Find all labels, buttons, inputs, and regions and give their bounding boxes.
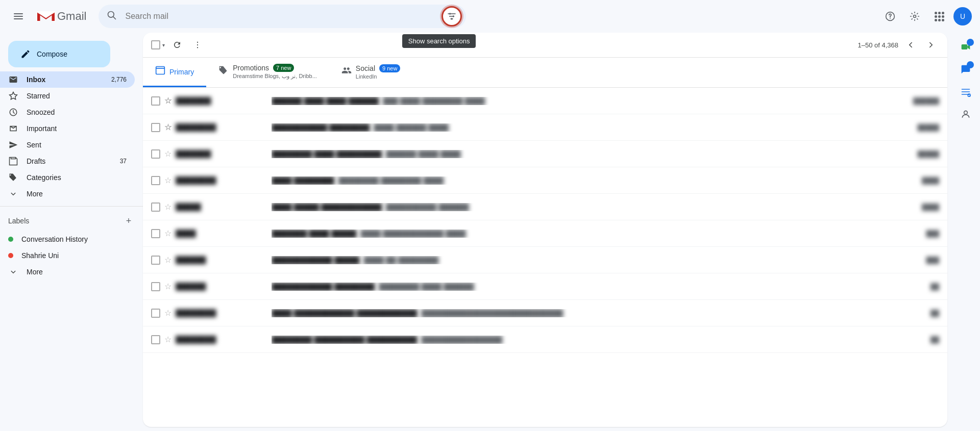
email-subject: ████ ████████████ ████████████ <box>272 309 418 317</box>
select-all-checkbox[interactable] <box>151 40 160 49</box>
labels-more-button[interactable]: More <box>0 264 135 280</box>
drafts-label: Drafts <box>27 157 120 165</box>
search-bar: Show search options <box>99 5 466 28</box>
email-checkbox[interactable] <box>151 176 160 185</box>
email-checkbox[interactable] <box>151 282 160 291</box>
select-all-dropdown[interactable]: ▾ <box>151 40 165 49</box>
label-shahrie-uni[interactable]: Shahrie Uni <box>0 247 135 264</box>
email-row[interactable]: ☆ ████ ███████ ████ █████ ████ █████████… <box>143 220 947 247</box>
nav-item-important[interactable]: Important <box>0 120 135 137</box>
email-row[interactable]: ☆ █████ ████ █████ ████████████ ████████… <box>143 194 947 220</box>
nav-item-drafts[interactable]: Drafts 37 <box>0 153 135 169</box>
email-row[interactable]: ☆ ███████ ████████ ████ █████████ ██████… <box>143 141 947 167</box>
email-preview: ████████ ████████ ████ <box>338 176 444 185</box>
email-checkbox[interactable] <box>151 229 160 238</box>
email-checkbox[interactable] <box>151 149 160 159</box>
conversation-history-label: Conversation History <box>21 235 88 243</box>
meet-button[interactable] <box>955 37 976 57</box>
nav-item-inbox[interactable]: Inbox 2,776 <box>0 71 135 88</box>
select-dropdown-arrow[interactable]: ▾ <box>162 42 165 48</box>
compose-button[interactable]: Compose <box>8 41 110 67</box>
email-checkbox[interactable] <box>151 256 160 265</box>
email-row[interactable]: ☆ ████████ ████████ ██████████ █████████… <box>143 326 947 353</box>
email-star[interactable]: ☆ <box>164 96 172 106</box>
email-star[interactable]: ☆ <box>164 175 172 185</box>
gmail-text: Gmail <box>57 10 86 23</box>
svg-point-9 <box>449 13 451 14</box>
search-input[interactable] <box>99 5 466 28</box>
email-row[interactable]: ☆ ██████ ████████████ ████████ ████████ … <box>143 273 947 300</box>
search-options-tooltip: Show search options <box>402 34 476 48</box>
settings-button[interactable] <box>904 6 925 27</box>
email-row[interactable]: ☆ ████████ ███████████ ████████ ████ ███… <box>143 114 947 141</box>
email-checkbox[interactable] <box>151 96 160 106</box>
next-page-button[interactable] <box>923 37 939 53</box>
email-preview: ████████████████ <box>422 336 503 344</box>
svg-point-13 <box>890 18 891 19</box>
email-star[interactable]: ☆ <box>164 122 172 132</box>
starred-label: Starred <box>27 92 127 100</box>
promotions-tab-label: Promotions <box>233 64 269 72</box>
help-button[interactable] <box>880 6 900 27</box>
chat-button[interactable] <box>955 59 976 80</box>
pagination-info: 1–50 of 4,368 <box>857 37 939 53</box>
email-subject: ████████ ████ █████████ <box>272 150 382 158</box>
svg-rect-20 <box>962 44 968 49</box>
email-preview: ████████ ████ ██████ <box>379 283 474 291</box>
email-star[interactable]: ☆ <box>164 229 172 238</box>
email-star[interactable]: ☆ <box>164 149 172 159</box>
email-time: █████ <box>909 124 939 131</box>
prev-page-button[interactable] <box>902 37 919 53</box>
email-star[interactable]: ☆ <box>164 202 172 212</box>
email-checkbox[interactable] <box>151 335 160 344</box>
svg-point-14 <box>914 15 916 18</box>
email-checkbox[interactable] <box>151 123 160 132</box>
nav-item-starred[interactable]: Starred <box>0 88 135 104</box>
sidebar: Compose Inbox 2,776 Starred Snoozed <box>0 33 143 431</box>
email-row[interactable]: ☆ ████████ ████ ████████████ ███████████… <box>143 300 947 326</box>
email-checkbox[interactable] <box>151 202 160 212</box>
tasks-button[interactable] <box>955 82 976 102</box>
drafts-icon <box>8 157 18 166</box>
email-row[interactable]: ☆ ██████ ████████████ █████ ████ ██ ████… <box>143 247 947 273</box>
more-nav-label: More <box>27 190 127 198</box>
add-label-button[interactable]: + <box>122 215 135 227</box>
inbox-label: Inbox <box>27 75 111 84</box>
compose-label: Compose <box>37 50 67 58</box>
email-star[interactable]: ☆ <box>164 282 172 291</box>
email-subject: ███████ ████ █████ <box>272 230 356 238</box>
nav-item-more[interactable]: More <box>0 186 135 202</box>
email-row[interactable]: ☆ ████████ ████ ████████ ████████ ██████… <box>143 167 947 194</box>
svg-rect-2 <box>14 18 23 19</box>
svg-point-18 <box>197 47 198 48</box>
email-content: ████ ████████████ ████████████ █████████… <box>272 309 904 317</box>
email-sender: ███████ <box>176 150 267 158</box>
avatar[interactable]: U <box>953 7 972 26</box>
more-options-button[interactable] <box>189 37 206 53</box>
tab-primary[interactable]: Primary <box>143 58 206 87</box>
refresh-button[interactable] <box>169 37 185 53</box>
email-row[interactable]: ☆ ███████ ██████ ████ ████ ██████ ███ ██… <box>143 88 947 114</box>
email-toolbar: ▾ 1–50 of 4,368 <box>143 33 947 58</box>
nav-item-sent[interactable]: Sent <box>0 137 135 153</box>
tab-promotions[interactable]: Promotions 7 new Dreamstime Blogs, نر وب… <box>206 58 329 87</box>
nav-item-snoozed[interactable]: Snoozed <box>0 104 135 120</box>
apps-button[interactable] <box>929 6 949 27</box>
label-conversation-history[interactable]: Conversation History <box>0 231 135 247</box>
contacts-button[interactable] <box>955 104 976 124</box>
email-preview: ████ ██████ ████ <box>374 123 449 132</box>
svg-rect-1 <box>14 16 23 17</box>
email-star[interactable]: ☆ <box>164 255 172 265</box>
labels-title: Labels <box>8 217 29 225</box>
email-content: ████████ ████ █████████ ██████ ████ ████ <box>272 150 904 158</box>
menu-button[interactable] <box>8 6 29 27</box>
email-checkbox[interactable] <box>151 309 160 318</box>
email-star[interactable]: ☆ <box>164 335 172 344</box>
tab-social[interactable]: Social 9 new LinkedIn <box>329 58 413 87</box>
nav-item-categories[interactable]: Categories <box>0 169 135 186</box>
promotions-badge: 7 new <box>273 64 294 72</box>
email-time: ████ <box>909 204 939 211</box>
more-expand-icon <box>8 189 18 198</box>
email-star[interactable]: ☆ <box>164 308 172 318</box>
email-subject: ████████████ █████ <box>272 256 360 264</box>
